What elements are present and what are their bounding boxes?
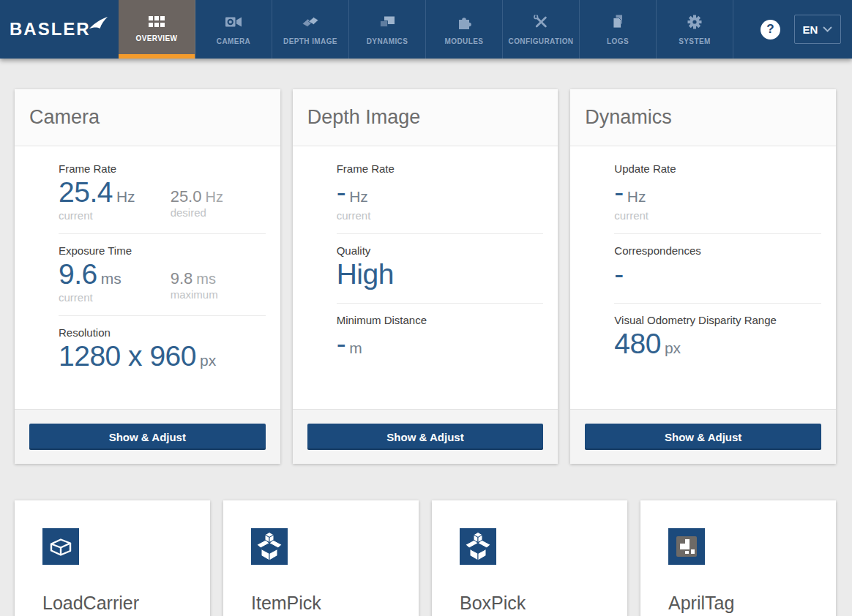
metric-label: Quality (337, 244, 544, 257)
module-label: LoadCarrier (42, 593, 210, 614)
nav-item-label: DEPTH IMAGE (283, 37, 337, 45)
metric-unit: ms (101, 270, 122, 288)
modules-icon (455, 14, 473, 30)
nav-item-modules[interactable]: MODULES (426, 0, 503, 59)
metric-label: Frame Rate (59, 162, 266, 175)
metric-secondary-value: 9.8 (171, 269, 193, 288)
nav-item-overview[interactable]: OVERVIEW (119, 0, 195, 59)
metric-value: 1280 x 960 (59, 340, 196, 373)
module-card-boxpick[interactable]: BoxPick (432, 500, 627, 616)
nav-item-label: LOGS (607, 37, 629, 45)
camera-icon (225, 14, 242, 30)
basler-logo: BASLER (0, 0, 119, 59)
nav-item-label: CAMERA (217, 37, 250, 45)
load-carrier-icon (42, 528, 79, 565)
metric-vo-disparity-range: Visual Odometry Disparity Range 480 px (614, 304, 821, 372)
metric-update-rate: Update Rate - Hz current (614, 162, 821, 234)
metric-caption: current (59, 291, 171, 304)
configuration-icon (532, 14, 550, 30)
metric-minimum-distance: Minimum Distance - m (337, 304, 544, 372)
module-label: BoxPick (460, 593, 627, 614)
module-label: ItemPick (251, 593, 419, 614)
metric-secondary-caption: maximum (171, 288, 266, 301)
help-button[interactable]: ? (761, 20, 780, 40)
metric-resolution: Resolution 1280 x 960 px (59, 316, 266, 385)
metric-label: Frame Rate (337, 162, 544, 175)
depth-image-icon (302, 14, 319, 30)
nav-item-dynamics[interactable]: DYNAMICS (349, 0, 426, 59)
metric-unit: Hz (349, 188, 368, 206)
metric-frame-rate: Frame Rate - Hz current (337, 162, 544, 234)
card-body: Frame Rate 25.4 Hz current 25.0 (15, 146, 280, 409)
metric-secondary-caption: desired (171, 206, 266, 219)
nav-item-label: CONFIGURATION (509, 37, 574, 45)
metric-label: Visual Odometry Disparity Range (614, 314, 821, 326)
metric-value: High (337, 258, 394, 291)
metric-label: Minimum Distance (337, 314, 544, 326)
metric-unit: m (349, 339, 362, 357)
card-footer: Show & Adjust (15, 409, 280, 464)
metric-secondary-unit: ms (196, 271, 216, 288)
card-header: Camera (15, 89, 280, 146)
logo-text: BASLER (10, 20, 91, 38)
logs-icon (609, 14, 627, 30)
top-navbar: BASLER OVERVIEW CAMERA DEPTH IMAGE (0, 0, 852, 59)
nav-item-camera[interactable]: CAMERA (195, 0, 272, 59)
nav-item-configuration[interactable]: CONFIGURATION (503, 0, 580, 59)
metric-quality: Quality High (337, 234, 544, 304)
show-adjust-button[interactable]: Show & Adjust (585, 424, 821, 450)
logo-swoosh-icon (89, 17, 108, 31)
card-header: Depth Image (293, 89, 558, 146)
metric-unit: Hz (116, 188, 135, 206)
modules-row: LoadCarrier ItemPick (15, 500, 836, 616)
module-card-itempick[interactable]: ItemPick (223, 500, 419, 616)
metric-value: - (337, 328, 346, 361)
nav-item-depth-image[interactable]: DEPTH IMAGE (272, 0, 349, 59)
metric-caption: current (59, 209, 171, 222)
card-footer: Show & Adjust (293, 409, 558, 464)
item-pick-icon (251, 528, 288, 565)
show-adjust-button[interactable]: Show & Adjust (29, 424, 266, 450)
dynamics-icon (378, 14, 396, 30)
metric-label: Resolution (59, 326, 266, 339)
metric-label: Update Rate (614, 162, 821, 175)
camera-card: Camera Frame Rate 25.4 Hz current (15, 89, 280, 464)
main-content: Camera Frame Rate 25.4 Hz current (0, 59, 852, 616)
module-label: AprilTag (668, 593, 836, 614)
metric-exposure-time: Exposure Time 9.6 ms current 9.8 (59, 234, 266, 316)
depth-image-card: Depth Image Frame Rate - Hz current (293, 89, 558, 464)
module-card-apriltag[interactable]: AprilTag (640, 500, 836, 616)
nav-item-label: MODULES (445, 37, 484, 45)
nav-item-logs[interactable]: LOGS (580, 0, 657, 59)
module-card-loadcarrier[interactable]: LoadCarrier (15, 500, 210, 616)
card-title: Camera (29, 106, 266, 129)
metric-value: 480 (614, 328, 661, 361)
metric-unit: Hz (627, 188, 646, 206)
dynamics-card: Dynamics Update Rate - Hz current (570, 89, 836, 464)
metric-label: Exposure Time (59, 244, 266, 257)
card-title: Depth Image (307, 106, 544, 129)
metric-unit: px (665, 339, 681, 357)
nav-item-label: DYNAMICS (367, 37, 408, 45)
card-body: Update Rate - Hz current Correspondences (570, 146, 836, 409)
metric-secondary-value: 25.0 (171, 187, 202, 206)
show-adjust-button[interactable]: Show & Adjust (307, 424, 544, 450)
nav-item-system[interactable]: SYSTEM (657, 0, 733, 59)
grid-icon (149, 16, 165, 27)
metric-frame-rate: Frame Rate 25.4 Hz current 25.0 (59, 162, 266, 234)
card-title: Dynamics (585, 106, 821, 129)
status-cards-row: Camera Frame Rate 25.4 Hz current (15, 89, 836, 464)
card-body: Frame Rate - Hz current Quality (293, 146, 558, 409)
metric-caption: current (614, 209, 726, 222)
metric-label: Correspondences (614, 244, 821, 257)
metric-correspondences: Correspondences - (614, 234, 821, 304)
box-pick-icon (460, 528, 496, 565)
help-icon: ? (766, 22, 774, 37)
card-header: Dynamics (570, 89, 836, 146)
metric-unit: px (200, 352, 216, 369)
system-icon (686, 14, 703, 30)
language-select[interactable]: EN (794, 15, 841, 44)
metric-value: - (614, 176, 624, 209)
chevron-down-icon (823, 26, 832, 32)
metric-value: - (337, 176, 346, 209)
